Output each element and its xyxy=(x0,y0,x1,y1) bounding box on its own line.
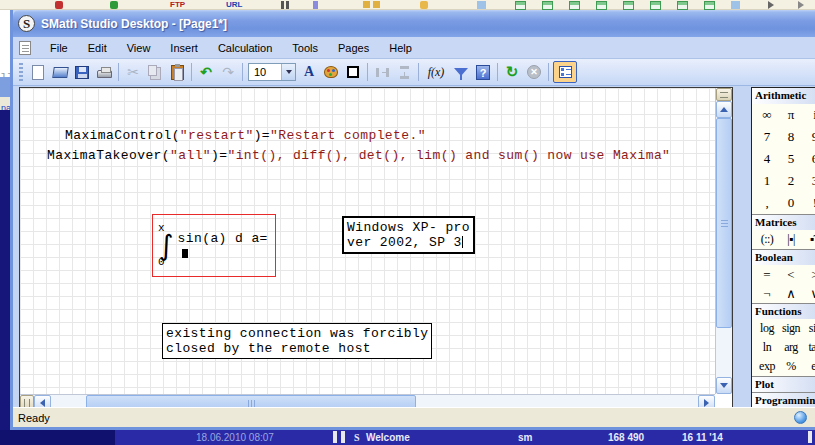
interrupt-button[interactable]: ✕ xyxy=(524,62,544,82)
open-button[interactable] xyxy=(50,62,70,82)
background-fragment xyxy=(333,431,337,443)
expression-maxima-takeover[interactable]: MaximaTakeover("all")="int(), diff(), de… xyxy=(47,148,670,163)
text-region-windows-xp[interactable]: Windows XP- pro ver 2002, SP 3 xyxy=(342,216,475,254)
title-bar[interactable]: S SMath Studio Desktop - [Page1*] xyxy=(13,10,815,37)
palette-key-transpose[interactable]: ▪T xyxy=(803,230,815,249)
font-size-combobox[interactable]: 10 xyxy=(248,63,296,81)
palette-key-i[interactable]: i xyxy=(803,104,815,126)
background-bottom-bar: 18.06.2010 08:07 S Welcome sm 168 490 16… xyxy=(0,430,815,445)
toolbar-grip[interactable] xyxy=(19,63,23,81)
palette-key-exp[interactable]: exp xyxy=(755,357,779,376)
align-vertical-button[interactable] xyxy=(394,62,414,82)
background-left-navy-strip xyxy=(0,110,10,445)
palette-row: , 0 ! xyxy=(752,192,815,214)
palette-key-8[interactable]: 8 xyxy=(779,126,803,148)
paren: ) xyxy=(254,128,262,143)
palette-key-arg[interactable]: arg xyxy=(779,338,803,357)
font-size-value: 10 xyxy=(254,66,266,78)
palette-key-tan[interactable]: tan xyxy=(803,338,815,357)
palette-key-greater[interactable]: > xyxy=(803,265,815,284)
palette-key-matrix[interactable]: (::) xyxy=(755,230,779,249)
border-button[interactable] xyxy=(343,62,363,82)
palette-key-not[interactable]: ¬ xyxy=(755,284,779,303)
palette-key-percent[interactable]: % xyxy=(779,357,803,376)
string-result: "Restart complete." xyxy=(270,128,426,143)
palette-key-or[interactable]: ∨ xyxy=(803,284,815,303)
new-button[interactable] xyxy=(28,62,48,82)
palette-key-sin[interactable]: sin xyxy=(803,319,815,338)
paste-button[interactable] xyxy=(167,62,187,82)
insert-function-button[interactable]: f(x) xyxy=(423,62,449,82)
menu-insert[interactable]: Insert xyxy=(160,39,208,57)
stop-icon: ✕ xyxy=(527,65,541,79)
menu-file[interactable]: File xyxy=(40,39,78,57)
palette-key-factorial[interactable]: ! xyxy=(803,192,815,214)
scroll-down-button[interactable] xyxy=(716,377,732,394)
panel-header-matrices[interactable]: Matrices xyxy=(752,214,815,230)
save-button[interactable] xyxy=(72,62,92,82)
menu-pages[interactable]: Pages xyxy=(328,39,379,57)
menu-calculation[interactable]: Calculation xyxy=(208,39,282,57)
palette-key-infinity[interactable]: ∞ xyxy=(755,104,779,126)
panel-header-functions[interactable]: Functions xyxy=(752,303,815,319)
background-red-icon xyxy=(55,1,63,9)
integrand: sin(a) d a= xyxy=(178,231,275,261)
palette-key-less[interactable]: < xyxy=(779,265,803,284)
scroll-up-button[interactable] xyxy=(716,101,732,118)
vertical-splitter-button[interactable] xyxy=(716,88,732,101)
panel-header-plot[interactable]: Plot xyxy=(752,376,815,392)
palette-key-pi[interactable]: π xyxy=(779,104,803,126)
palette-key-el[interactable]: el xyxy=(803,357,815,376)
recalculate-button[interactable]: ↻ xyxy=(502,62,522,82)
panel-header-arithmetic[interactable]: Arithmetic xyxy=(752,88,815,104)
align-horizontal-button[interactable] xyxy=(372,62,392,82)
palette-key-4[interactable]: 4 xyxy=(755,148,779,170)
palette-key-and[interactable]: ∧ xyxy=(779,284,803,303)
print-button[interactable] xyxy=(94,62,114,82)
arrow-up-icon xyxy=(720,107,728,112)
reference-button[interactable]: ? xyxy=(473,62,493,82)
splitter-icon xyxy=(24,399,30,407)
font-size-dropdown-button[interactable] xyxy=(281,64,295,80)
background-welcome-item[interactable]: Welcome xyxy=(366,432,410,443)
palette-key-log[interactable]: log xyxy=(755,319,779,338)
vertical-scroll-thumb[interactable] xyxy=(716,118,732,328)
palette-key-5[interactable]: 5 xyxy=(779,148,803,170)
vertical-scrollbar[interactable] xyxy=(715,88,732,394)
worksheet-canvas[interactable]: MaximaControl("restart")="Restart comple… xyxy=(20,88,715,394)
menu-view[interactable]: View xyxy=(117,39,161,57)
palette-key-2[interactable]: 2 xyxy=(779,170,803,192)
palette-key-comma[interactable]: , xyxy=(755,192,779,214)
palette-key-determinant[interactable]: |▪| xyxy=(779,230,803,249)
integral-expression[interactable]: x ∫ 0 sin(a) d a= xyxy=(152,214,276,277)
placeholder-square[interactable] xyxy=(182,249,188,258)
palette-key-sign[interactable]: sign xyxy=(779,319,803,338)
palette-key-0[interactable]: 0 xyxy=(779,192,803,214)
text-region-connection[interactable]: existing connection was forcibly closed … xyxy=(162,323,432,359)
redo-button[interactable]: ↷ xyxy=(218,62,238,82)
side-panel-toggle-button[interactable] xyxy=(553,61,577,83)
copy-button[interactable] xyxy=(145,62,165,82)
palette-key-ln[interactable]: ln xyxy=(755,338,779,357)
palette-key-3[interactable]: 3 xyxy=(803,170,815,192)
font-color-button[interactable]: A xyxy=(299,62,319,82)
expression-maxima-control[interactable]: MaximaControl("restart")="Restart comple… xyxy=(65,128,426,143)
document-icon[interactable] xyxy=(19,41,31,55)
funnel-icon xyxy=(454,68,468,76)
align-vertical-icon xyxy=(400,66,409,79)
palette-key-6[interactable]: 6 xyxy=(803,148,815,170)
panel-header-programming[interactable]: Programming xyxy=(752,392,815,408)
cut-button[interactable]: ✂ xyxy=(123,62,143,82)
menu-tools[interactable]: Tools xyxy=(282,39,328,57)
menu-help[interactable]: Help xyxy=(379,39,422,57)
menu-edit[interactable]: Edit xyxy=(78,39,117,57)
undo-button[interactable]: ↶ xyxy=(196,62,216,82)
palette-key-7[interactable]: 7 xyxy=(755,126,779,148)
palette-key-1[interactable]: 1 xyxy=(755,170,779,192)
palette-key-equals[interactable]: = xyxy=(755,265,779,284)
filter-button[interactable] xyxy=(451,62,471,82)
panel-header-boolean[interactable]: Boolean xyxy=(752,249,815,265)
background-color-button[interactable] xyxy=(321,62,341,82)
palette-key-9[interactable]: 9 xyxy=(803,126,815,148)
background-sm-item: sm xyxy=(518,432,532,443)
